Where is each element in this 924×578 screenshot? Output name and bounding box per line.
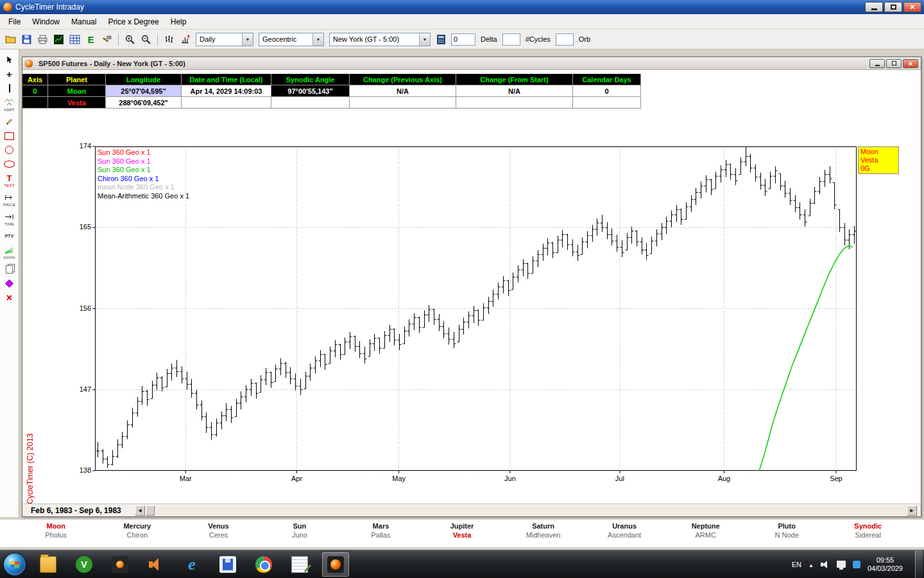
chart-plot-area[interactable] <box>95 146 857 471</box>
tool-copy[interactable] <box>1 265 18 274</box>
planet-name-secondary[interactable]: Juno <box>259 531 341 539</box>
planet-column-sun[interactable]: SunJuno <box>259 522 341 547</box>
taskbar-item-volume-mixer[interactable] <box>142 552 169 577</box>
start-button[interactable] <box>4 554 26 575</box>
planet-column-uranus[interactable]: UranusAscendant <box>584 522 665 547</box>
tool-vertical-line[interactable] <box>1 83 18 93</box>
planet-name[interactable]: Mars <box>340 522 422 530</box>
tool-rectangle[interactable] <box>1 131 18 141</box>
chart-icon[interactable] <box>51 32 66 47</box>
tool-price[interactable]: PRICE <box>1 193 18 207</box>
planet-name[interactable]: Jupiter <box>422 522 503 530</box>
planet-name[interactable]: Mercury <box>97 522 178 530</box>
tool-gann[interactable]: GANN <box>1 245 18 260</box>
tool-aspects[interactable]: ASPT <box>1 98 18 112</box>
planet-name-secondary[interactable]: Midheaven <box>502 531 584 539</box>
planet-column-mars[interactable]: MarsPallas <box>340 522 422 547</box>
child-minimize-button[interactable] <box>869 59 885 68</box>
menu-manual[interactable]: Manual <box>65 15 102 28</box>
cycles-input[interactable] <box>556 33 574 46</box>
planet-column-mercury[interactable]: MercuryChiron <box>97 522 178 547</box>
open-icon[interactable] <box>3 32 18 47</box>
planet-name[interactable]: Uranus <box>584 522 665 530</box>
calculator-icon[interactable] <box>434 32 449 47</box>
planet-column-venus[interactable]: VenusCeres <box>178 522 259 547</box>
menu-help[interactable]: Help <box>165 15 193 28</box>
planet-name[interactable]: Sun <box>259 522 341 530</box>
language-indicator[interactable]: EN <box>792 561 801 568</box>
tool-pointer[interactable] <box>1 55 18 65</box>
location-select[interactable]: New York (GT - 5:00)▼ <box>329 33 431 46</box>
taskbar-item-save-tool[interactable] <box>214 552 241 577</box>
delta-input[interactable] <box>502 33 520 46</box>
child-maximize-button[interactable] <box>886 59 902 68</box>
volume-icon[interactable] <box>821 560 830 569</box>
planet-column-jupiter[interactable]: JupiterVesta <box>422 522 503 547</box>
planet-name[interactable]: Venus <box>178 522 259 530</box>
tool-text[interactable]: TEXT <box>1 173 18 188</box>
planet-name-secondary[interactable]: N Node <box>746 531 828 539</box>
network-icon[interactable] <box>837 561 846 568</box>
taskbar-item-media-player[interactable] <box>71 552 98 577</box>
planet-name[interactable]: Saturn <box>502 522 584 530</box>
minimize-button[interactable] <box>865 2 883 12</box>
planet-name[interactable]: Moon <box>15 522 97 530</box>
scroll-right-button[interactable]: ▶ <box>907 505 917 516</box>
taskbar-item-notes[interactable] <box>286 552 313 577</box>
planet-column-neptune[interactable]: NeptuneARMC <box>665 522 746 547</box>
print-icon[interactable] <box>35 32 50 47</box>
planet-name-secondary[interactable]: Chiron <box>97 531 178 539</box>
planet-name-secondary[interactable]: Pallas <box>340 531 422 539</box>
taskbar-item-cycletimer[interactable] <box>322 552 349 577</box>
tool-time[interactable]: TIME <box>1 212 18 227</box>
planet-name-secondary[interactable]: Vesta <box>422 531 503 539</box>
planet-column-saturn[interactable]: SaturnMidheaven <box>502 522 584 547</box>
price-scale-icon[interactable] <box>178 32 193 47</box>
planet-name[interactable]: Pluto <box>746 522 828 530</box>
grid-icon[interactable] <box>67 32 82 47</box>
clock[interactable]: 09:55 04/03/2029 <box>868 556 903 573</box>
planet-column-moon[interactable]: MoonPholus <box>15 522 97 547</box>
tool-circle[interactable] <box>1 145 18 155</box>
planet-column-synodic[interactable]: SynodicSidereal <box>827 522 909 547</box>
bluetooth-icon[interactable] <box>853 561 860 568</box>
menu-file[interactable]: File <box>3 15 26 28</box>
child-close-button[interactable]: × <box>903 59 918 68</box>
scrollbar-track[interactable] <box>155 505 907 516</box>
coordinate-system-select[interactable]: Geocentric▼ <box>259 33 324 46</box>
scroll-left-button[interactable]: ◀ <box>135 505 145 516</box>
tool-crosshair[interactable] <box>1 69 18 79</box>
taskbar-item-explorer[interactable] <box>35 552 62 577</box>
planet-name-secondary[interactable]: Pholus <box>15 531 97 539</box>
tool-pencil[interactable] <box>1 117 18 127</box>
tool-ptv[interactable] <box>1 231 18 241</box>
taskbar-item-internet-explorer[interactable] <box>178 552 205 577</box>
maximize-button[interactable] <box>884 2 902 12</box>
tools-icon[interactable] <box>99 32 114 47</box>
planet-name[interactable]: Synodic <box>827 522 909 530</box>
planet-column-pluto[interactable]: PlutoN Node <box>746 522 828 547</box>
planet-name-secondary[interactable]: Ceres <box>178 531 259 539</box>
close-button[interactable]: × <box>903 2 921 12</box>
save-icon[interactable] <box>19 32 34 47</box>
tool-diamond[interactable] <box>1 279 18 288</box>
show-desktop-button[interactable] <box>915 550 923 578</box>
taskbar-item-chrome[interactable] <box>250 552 277 577</box>
horizontal-scrollbar[interactable]: ◀ ▶ <box>135 505 917 516</box>
planet-name-secondary[interactable]: Ascendant <box>584 531 665 539</box>
calc-value-input[interactable]: 0 <box>451 33 475 46</box>
zoom-in-icon[interactable] <box>123 32 137 47</box>
tool-delete[interactable] <box>1 293 18 302</box>
planet-name-secondary[interactable]: Sidereal <box>827 531 909 539</box>
taskbar-item-studio[interactable] <box>107 552 133 577</box>
planet-name[interactable]: Neptune <box>665 522 746 530</box>
zoom-out-icon[interactable] <box>139 32 153 47</box>
tool-ellipse[interactable] <box>1 159 18 169</box>
ephemeris-icon[interactable] <box>83 32 98 47</box>
planet-name-secondary[interactable]: ARMC <box>665 531 746 539</box>
menu-price-x-degree[interactable]: Price x Degree <box>102 15 164 28</box>
ohlc-bars-icon[interactable] <box>162 32 176 47</box>
scrollbar-thumb[interactable] <box>146 505 155 516</box>
menu-window[interactable]: Window <box>26 15 65 28</box>
show-hidden-icons-icon[interactable] <box>809 561 814 568</box>
